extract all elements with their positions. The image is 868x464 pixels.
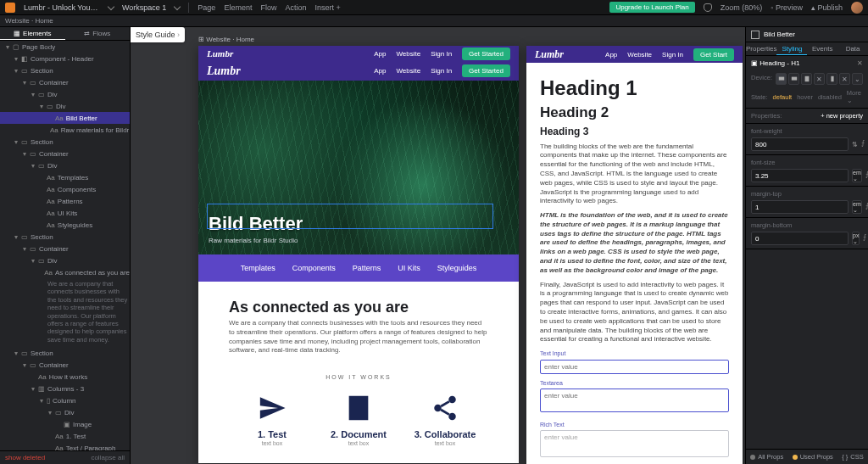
- tree-row[interactable]: ▾▭ Container: [0, 243, 130, 254]
- workspace-name[interactable]: Workspace 1: [122, 3, 166, 12]
- footer-css[interactable]: { }CSS: [842, 453, 864, 461]
- tab-styling[interactable]: Styling: [776, 42, 807, 55]
- new-property-button[interactable]: new property: [821, 112, 863, 120]
- collapse-all-button[interactable]: collapse all: [91, 454, 125, 461]
- state-disabled[interactable]: disabled: [818, 93, 842, 101]
- section-connected[interactable]: As connected as you are We are a company…: [198, 282, 519, 463]
- project-title[interactable]: Lumbr - Unlock Your Potenti…: [24, 3, 100, 12]
- cta-button[interactable]: Get Started: [462, 64, 510, 77]
- state-default[interactable]: default: [773, 93, 793, 101]
- artboard-styleguide[interactable]: Lumbr App Website Sign In Get Start Head…: [526, 46, 743, 464]
- section-title[interactable]: As connected as you are: [229, 299, 488, 316]
- tree-row[interactable]: Aa UI Kits: [0, 207, 130, 219]
- paragraph-2[interactable]: HTML is the foundation of the web, and i…: [540, 211, 729, 276]
- nav2-app[interactable]: App: [605, 51, 617, 59]
- fx-icon[interactable]: ⨍: [863, 233, 866, 243]
- hero-subtitle[interactable]: Raw materials for Bildr Studio: [209, 237, 303, 244]
- tree-row[interactable]: ▾▭ Section: [0, 64, 130, 76]
- tree-row[interactable]: Aa Bild Better: [0, 112, 130, 124]
- tree-row[interactable]: Aa 1. Test: [0, 430, 130, 442]
- richtext-input[interactable]: enter value: [540, 430, 729, 457]
- device-desktop[interactable]: [776, 73, 787, 85]
- nav-website-mini[interactable]: Website: [396, 50, 420, 58]
- tab-elements[interactable]: ▦ Elements: [0, 27, 65, 40]
- doc-body[interactable]: Heading 1 Heading 2 Heading 3 The buildi…: [526, 63, 743, 464]
- fx-icon[interactable]: ⨍: [861, 139, 865, 149]
- hero[interactable]: Bild Better Raw materials for Bildr Stud…: [198, 81, 519, 254]
- avatar[interactable]: [851, 2, 863, 14]
- publish-button[interactable]: ▴ Publish: [811, 3, 843, 12]
- col-collaborate[interactable]: 3. Collaboratetext box: [402, 394, 488, 446]
- zoom-indicator[interactable]: Zoom (80%): [721, 3, 763, 12]
- tab-properties[interactable]: Properties: [746, 42, 776, 55]
- paragraph-3[interactable]: Finally, JavaScript is used to add inter…: [540, 281, 729, 345]
- tab-events[interactable]: Events: [807, 42, 837, 55]
- device-laptop[interactable]: [788, 73, 799, 85]
- tree-row[interactable]: Aa Raw materials for Bildr Studio: [0, 124, 130, 136]
- tree-row[interactable]: Aa Templates: [0, 171, 130, 183]
- show-deleted-button[interactable]: show deleted: [5, 454, 45, 461]
- text-input[interactable]: [540, 360, 729, 374]
- hero-title[interactable]: Bild Better: [209, 213, 303, 235]
- nav-app-mini[interactable]: App: [374, 50, 386, 58]
- tree-row[interactable]: Aa Patterns: [0, 195, 130, 207]
- subnav-patterns[interactable]: Patterns: [353, 264, 381, 272]
- prop-input[interactable]: [751, 169, 849, 182]
- nav2-website[interactable]: Website: [627, 51, 652, 59]
- app-logo[interactable]: [5, 3, 15, 13]
- tree-row[interactable]: Aa How it works: [0, 371, 130, 383]
- footer-used-props[interactable]: Used Props: [793, 453, 833, 461]
- col-test[interactable]: 1. Testtext box: [229, 394, 315, 446]
- how-heading[interactable]: HOW IT WORKS: [229, 374, 488, 380]
- subnav-uikits[interactable]: UI Kits: [398, 264, 420, 272]
- heading-2[interactable]: Heading 2: [540, 103, 729, 123]
- tree-row[interactable]: ▾▭ Container: [0, 76, 130, 88]
- tree-row[interactable]: ▾◧ Component - Header: [0, 53, 130, 64]
- section-body[interactable]: We are a company that connects businesse…: [229, 319, 488, 355]
- nav-website[interactable]: Website: [396, 67, 420, 75]
- tree-row[interactable]: ▾▭ Container: [0, 359, 130, 371]
- tree-row[interactable]: ▾▭ Div: [0, 159, 130, 171]
- footer-all-props[interactable]: All Props: [750, 453, 783, 461]
- device-tablet[interactable]: [801, 73, 812, 85]
- menu-action[interactable]: Action: [285, 3, 306, 12]
- nav-signin-mini[interactable]: Sign In: [431, 50, 452, 58]
- tree-row[interactable]: Aa As connected as you are: [0, 266, 130, 278]
- heading-1[interactable]: Heading 1: [540, 75, 729, 102]
- cta-mini[interactable]: Get Started: [462, 48, 510, 60]
- chevron-down-icon[interactable]: [174, 3, 181, 9]
- tab-flows[interactable]: ⇄ Flows: [65, 27, 131, 40]
- tree-row[interactable]: Aa Styleguides: [0, 219, 130, 231]
- tree-row[interactable]: ▣ Image: [0, 418, 130, 430]
- styleguide-tab[interactable]: Style Guide ›: [131, 27, 185, 42]
- preview-button[interactable]: ◦ Preview: [771, 3, 803, 12]
- heading-3[interactable]: Heading 3: [540, 125, 729, 138]
- col-document[interactable]: 2. Documenttext box: [315, 394, 402, 446]
- state-more[interactable]: More ⌄: [847, 89, 863, 104]
- prop-input[interactable]: [751, 137, 849, 151]
- nav2-signin[interactable]: Sign In: [662, 51, 683, 59]
- nav-signin[interactable]: Sign In: [431, 67, 452, 75]
- cta2[interactable]: Get Start: [693, 48, 734, 61]
- tree-row[interactable]: ▾▭ Div: [0, 254, 130, 266]
- subnav-templates[interactable]: Templates: [241, 264, 275, 272]
- device-mobile-x[interactable]: ✕: [839, 73, 850, 85]
- tree-row[interactable]: Aa Text / Paragraph: [0, 442, 130, 450]
- prop-unit[interactable]: px ⌄: [852, 232, 860, 245]
- tree-row[interactable]: ▾▭ Container: [0, 148, 130, 159]
- device-mobile[interactable]: [826, 73, 837, 85]
- close-icon[interactable]: ✕: [857, 59, 863, 67]
- subnav-styleguides[interactable]: Styleguides: [437, 264, 477, 272]
- device-tablet-x[interactable]: ✕: [814, 73, 825, 85]
- tree-row[interactable]: ▾▥ Columns - 3: [0, 383, 130, 394]
- prop-unit[interactable]: em ⌄: [852, 169, 862, 182]
- nav-app[interactable]: App: [374, 67, 386, 75]
- bell-icon[interactable]: [704, 3, 712, 12]
- tree-row[interactable]: ▾▭ Section: [0, 347, 130, 359]
- artboard-crumb[interactable]: ⊞ Website · Home: [198, 36, 254, 43]
- tree-row[interactable]: ▾▭ Section: [0, 231, 130, 243]
- prop-unit[interactable]: em ⌄: [852, 200, 862, 214]
- tree-row[interactable]: ▾▭ Div: [0, 100, 130, 112]
- textarea-input[interactable]: [540, 389, 729, 412]
- tree-row[interactable]: ▾▯ Column: [0, 394, 130, 406]
